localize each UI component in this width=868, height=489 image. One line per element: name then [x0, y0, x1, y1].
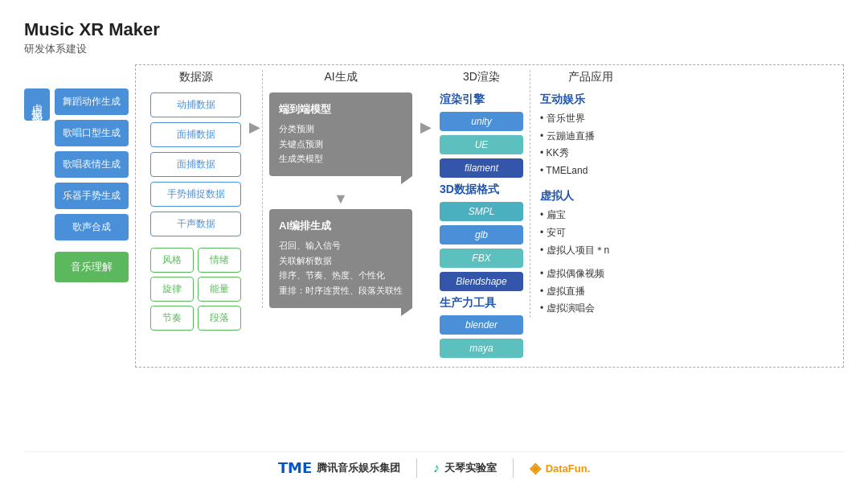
ai-arrange-item-0: 召回、输入信号 — [279, 238, 403, 253]
divider-1 — [416, 458, 417, 478]
spacer — [540, 259, 641, 265]
music-box-1: 情绪 — [198, 248, 241, 273]
arrow-2: ▶ — [420, 70, 432, 136]
product-item-2-2: 虚拟人项目＊n — [540, 242, 641, 260]
product-item-2-1: 安可 — [540, 224, 641, 242]
ai-arrange-item-1: 关联解析数据 — [279, 253, 403, 269]
music-box-2: 旋律 — [150, 277, 194, 302]
data3d-glb: glb — [440, 225, 523, 244]
tme-icon: 𝗧𝗠𝗘 — [278, 459, 312, 477]
music-box-0: 风格 — [150, 248, 194, 273]
data-box-2: 面捕数据 — [150, 152, 241, 177]
datafun-logo: ◈ DataFun. — [530, 459, 591, 477]
render-col: 3D渲染 渲染引擎 unity UE filament 3D数据格式 SMPL … — [433, 70, 530, 362]
element-vocal: 歌声合成 — [55, 214, 129, 240]
element-dance: 舞蹈动作生成 — [55, 88, 129, 115]
music-box-3: 能量 — [198, 277, 241, 302]
product-col: 产品应用 互动娱乐 音乐世界 云蹦迪直播 KK秀 TMELand 虚拟人 扁宝 … — [530, 70, 650, 318]
data-source-col: 数据源 动捕数据 面捕数据 面捕数据 手势捕捉数据 干声数据 风格 情绪 旋律 … — [144, 70, 248, 331]
datafun-text: DataFun. — [546, 462, 591, 475]
product-item-1-2: KK秀 — [540, 145, 641, 162]
ai-model-box: 端到端模型 分类预测 关键点预测 生成类模型 — [269, 92, 412, 176]
ai-arrange-item-2: 排序、节奏、热度、个性化 — [279, 268, 403, 283]
tianqin-text: 天琴实验室 — [444, 461, 497, 475]
element-instrument: 乐器手势生成 — [55, 183, 129, 209]
element-list: 舞蹈动作生成 歌唱口型生成 歌唱表情生成 乐器手势生成 歌声合成 音乐理解 — [55, 88, 129, 282]
ai-gen-col: AI生成 端到端模型 分类预测 关键点预测 生成类模型 ▼ AI编排生成 召回、… — [262, 70, 419, 308]
left-block: 虚拟元素创建 舞蹈动作生成 歌唱口型生成 歌唱表情生成 乐器手势生成 歌声合成 … — [24, 64, 129, 282]
data3d-blendshape: Blendshape — [440, 272, 523, 291]
element-sing-lip: 歌唱口型生成 — [55, 120, 129, 146]
ai-model-title: 端到端模型 — [279, 102, 403, 117]
main-title: Music XR Maker — [24, 19, 844, 40]
full-border-box: 数据源 动捕数据 面捕数据 面捕数据 手势捕捉数据 干声数据 风格 情绪 旋律 … — [135, 64, 844, 368]
music-box-4: 节奏 — [150, 306, 194, 331]
product-item-2-0: 扁宝 — [540, 207, 641, 224]
data-box-3: 手势捕捉数据 — [150, 182, 241, 207]
ai-model-item-0: 分类预测 — [279, 121, 403, 137]
ai-arrange-box: AI编排生成 召回、输入信号 关联解析数据 排序、节奏、热度、个性化 重排：时序… — [269, 209, 412, 308]
arrow-down: ▼ — [334, 191, 348, 208]
col-header-data: 数据源 — [179, 70, 213, 84]
ai-arrange-title: AI编排生成 — [279, 219, 403, 233]
doc-corner — [401, 176, 412, 184]
data-box-0: 动捕数据 — [150, 92, 241, 117]
product-title-1: 互动娱乐 — [540, 92, 641, 107]
data3d-title: 3D数据格式 — [440, 183, 523, 197]
product-item-1-0: 音乐世界 — [540, 110, 641, 128]
music-boxes-grid: 风格 情绪 旋律 能量 节奏 段落 — [150, 248, 241, 331]
virtual-label: 虚拟元素创建 — [24, 88, 50, 121]
data3d-fbx: FBX — [440, 249, 523, 268]
product-item-1-3: TMELand — [540, 162, 641, 180]
datafun-icon: ◈ — [530, 459, 541, 477]
render-filament: filament — [440, 158, 523, 178]
data3d-smpl: SMPL — [440, 202, 523, 221]
tme-text: 腾讯音乐娱乐集团 — [317, 461, 400, 475]
ai-model-item-1: 关键点预测 — [279, 137, 403, 152]
col-header-product: 产品应用 — [540, 70, 641, 84]
render-ue: UE — [440, 135, 523, 154]
title-area: Music XR Maker 研发体系建设 — [24, 19, 844, 56]
ai-model-item-2: 生成类模型 — [279, 151, 403, 166]
productivity-blender: blender — [440, 315, 523, 335]
music-box-5: 段落 — [198, 306, 241, 331]
doc-corner-2 — [401, 308, 412, 316]
footer: 𝗧𝗠𝗘 腾讯音乐娱乐集团 ♪ 天琴实验室 ◈ DataFun. — [24, 451, 844, 481]
product-item-3-2: 虚拟演唱会 — [540, 300, 641, 318]
sub-title: 研发体系建设 — [24, 42, 844, 56]
product-title-2: 虚拟人 — [540, 189, 641, 203]
col-header-3d: 3D渲染 — [440, 70, 523, 84]
tme-logo: 𝗧𝗠𝗘 腾讯音乐娱乐集团 — [278, 459, 400, 477]
main-container: Music XR Maker 研发体系建设 虚拟元素创建 舞蹈动作生成 歌唱口型… — [0, 0, 868, 489]
divider-2 — [513, 458, 514, 478]
ai-arrange-item-3: 重排：时序连贯性、段落关联性 — [279, 283, 403, 298]
data-box-4: 干声数据 — [150, 212, 241, 236]
diagram-wrapper: 虚拟元素创建 舞蹈动作生成 歌唱口型生成 歌唱表情生成 乐器手势生成 歌声合成 … — [24, 64, 844, 446]
music-understanding: 音乐理解 — [55, 252, 129, 282]
product-item-3-1: 虚拟直播 — [540, 283, 641, 301]
product-item-1-1: 云蹦迪直播 — [540, 128, 641, 146]
productivity-maya: maya — [440, 339, 523, 358]
tianqin-icon: ♪ — [433, 461, 440, 475]
col-header-ai: AI生成 — [324, 70, 357, 84]
render-unity: unity — [440, 112, 523, 131]
element-sing-expr: 歌唱表情生成 — [55, 151, 129, 178]
product-item-3-0: 虚拟偶像视频 — [540, 265, 641, 283]
render-engine-title: 渲染引擎 — [440, 92, 523, 107]
productivity-title: 生产力工具 — [440, 296, 523, 310]
arrow-1: ▶ — [249, 70, 260, 136]
data-box-1: 面捕数据 — [150, 122, 241, 147]
tianqin-logo: ♪ 天琴实验室 — [433, 461, 497, 475]
